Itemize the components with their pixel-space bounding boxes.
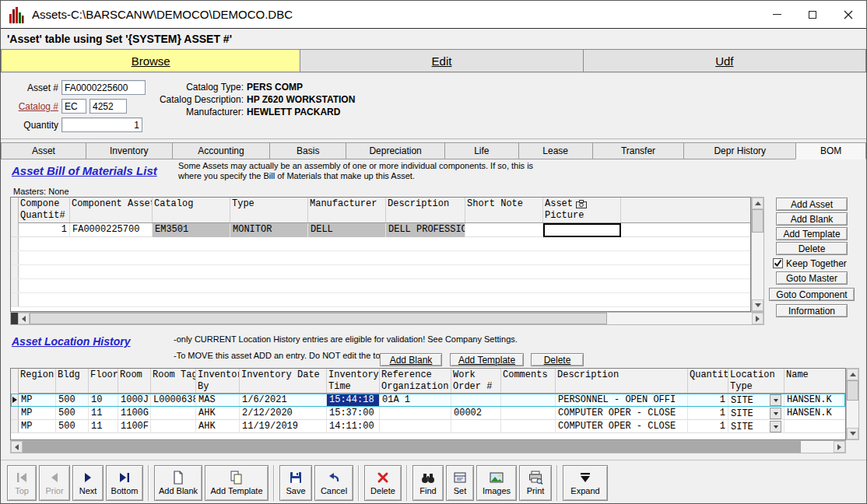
loc-cell[interactable]: 1: [688, 407, 728, 420]
dropdown-button[interactable]: [770, 394, 781, 406]
tab-depr-history[interactable]: Depr History: [683, 142, 796, 159]
print-button[interactable]: Print: [519, 465, 552, 501]
loc-cell[interactable]: 01A 1: [380, 394, 451, 407]
close-button[interactable]: [830, 1, 866, 28]
loc-cell[interactable]: 11/19/2019: [240, 420, 327, 433]
loc-cell-location-type[interactable]: SITE: [728, 420, 785, 433]
scroll-thumb[interactable]: [847, 380, 858, 401]
loc-cell[interactable]: 1/6/2021: [240, 394, 327, 407]
loc-cell[interactable]: 500: [56, 420, 89, 433]
add-asset-button[interactable]: Add Asset: [776, 198, 848, 211]
toolbar-add-blank-button[interactable]: Add Blank: [154, 465, 202, 501]
loc-cell[interactable]: [501, 394, 556, 407]
bom-vertical-scrollbar[interactable]: [751, 197, 764, 312]
scroll-thumb[interactable]: [30, 313, 607, 324]
bom-cell-short-note[interactable]: [465, 223, 543, 237]
location-delete-button[interactable]: Delete: [531, 353, 584, 366]
bom-cell-component-asset[interactable]: FA0000225700: [70, 223, 153, 237]
current-record-indicator[interactable]: [11, 394, 19, 406]
next-button[interactable]: Next: [72, 465, 104, 501]
loc-cell-location-type[interactable]: SITE: [728, 407, 785, 420]
scroll-up-arrow[interactable]: [847, 369, 858, 380]
tab-edit[interactable]: Edit: [300, 49, 583, 72]
goto-component-button[interactable]: Goto Component: [769, 288, 855, 301]
tab-bom[interactable]: BOM: [795, 142, 866, 159]
maximize-button[interactable]: [795, 1, 830, 28]
add-blank-button[interactable]: Add Blank: [776, 212, 848, 226]
loc-cell[interactable]: [451, 420, 501, 433]
loc-cell[interactable]: 500: [56, 407, 89, 420]
quantity-input[interactable]: [61, 117, 142, 132]
loc-cell[interactable]: [785, 420, 846, 433]
scroll-thumb[interactable]: [23, 441, 801, 453]
tab-lease[interactable]: Lease: [518, 142, 593, 159]
tab-transfer[interactable]: Transfer: [592, 142, 685, 159]
dropdown-button[interactable]: [770, 421, 781, 432]
bom-cell-manufacturer[interactable]: DELL: [308, 223, 386, 237]
toolbar-delete-button[interactable]: Delete: [364, 465, 402, 501]
loc-cell[interactable]: 00002: [451, 407, 501, 420]
scroll-down-arrow[interactable]: [752, 299, 763, 311]
loc-cell[interactable]: HANSEN.K: [785, 407, 846, 420]
loc-cell[interactable]: [151, 420, 196, 433]
tab-udf[interactable]: Udf: [583, 49, 866, 72]
loc-cell[interactable]: AHK: [196, 420, 240, 433]
scroll-right-arrow[interactable]: [834, 441, 845, 453]
loc-cell[interactable]: MP: [19, 420, 56, 433]
location-add-template-button[interactable]: Add Template: [450, 353, 524, 366]
location-history-heading[interactable]: Asset Location History: [12, 335, 130, 348]
loc-cell-selected[interactable]: 15:44:18: [327, 394, 380, 407]
location-add-blank-button[interactable]: Add Blank: [380, 353, 442, 366]
goto-master-button[interactable]: Goto Master: [776, 271, 848, 285]
images-button[interactable]: Images: [476, 465, 517, 501]
loc-cell[interactable]: COMPUTER OPER - CLOSE: [556, 420, 688, 433]
dropdown-button[interactable]: [770, 408, 781, 419]
bom-cell-catalog[interactable]: EM3501: [153, 223, 230, 237]
scroll-up-arrow[interactable]: [752, 198, 763, 209]
loc-cell[interactable]: [380, 407, 451, 420]
tab-inventory[interactable]: Inventory: [86, 142, 173, 159]
tab-life[interactable]: Life: [444, 142, 519, 159]
loc-cell[interactable]: 1000J: [118, 394, 151, 407]
scroll-left-arrow[interactable]: [11, 441, 23, 453]
delete-button[interactable]: Delete: [776, 242, 848, 255]
loc-cell[interactable]: [501, 407, 556, 420]
loc-cell[interactable]: 11: [89, 407, 118, 420]
tab-asset[interactable]: Asset: [1, 142, 86, 159]
loc-cell[interactable]: 10: [89, 394, 118, 407]
set-button[interactable]: Set: [446, 465, 474, 501]
loc-cell[interactable]: 2/12/2020: [240, 407, 327, 420]
bom-row-selector[interactable]: [11, 223, 19, 236]
save-button[interactable]: Save: [279, 465, 312, 501]
loc-cell[interactable]: HANSEN.K: [785, 394, 846, 407]
catalog-number-link[interactable]: Catalog #: [1, 101, 58, 112]
loc-cell[interactable]: MAS: [196, 394, 240, 407]
loc-cell[interactable]: 500: [56, 394, 89, 407]
tab-basis[interactable]: Basis: [269, 142, 346, 159]
loc-cell[interactable]: COMPUTER OPER - CLOSE: [556, 407, 688, 420]
loc-cell-location-type[interactable]: SITE: [728, 394, 785, 407]
loc-cell[interactable]: 11: [89, 420, 118, 433]
loc-cell[interactable]: [451, 394, 501, 407]
loc-cell[interactable]: 14:11:00: [327, 420, 380, 433]
scroll-thumb[interactable]: [752, 209, 763, 233]
bom-cell-type[interactable]: MONITOR: [230, 223, 308, 237]
loc-cell[interactable]: 1: [688, 394, 728, 407]
toolbar-add-template-button[interactable]: Add Template: [205, 465, 269, 501]
loc-cell[interactable]: 15:37:00: [327, 407, 380, 420]
bom-heading[interactable]: Asset Bill of Materials List: [12, 164, 157, 177]
location-horizontal-scrollbar[interactable]: [10, 440, 846, 453]
tab-depreciation[interactable]: Depreciation: [346, 142, 445, 159]
loc-cell[interactable]: L0000638: [151, 394, 196, 407]
loc-cell[interactable]: 1100G: [118, 407, 151, 420]
loc-cell[interactable]: MP: [19, 407, 56, 420]
location-vertical-scrollbar[interactable]: [846, 368, 859, 440]
loc-cell[interactable]: AHK: [196, 407, 240, 420]
information-button[interactable]: Information: [776, 304, 848, 317]
loc-cell[interactable]: PERSONNEL - OPEN OFFI: [556, 394, 688, 407]
expand-button[interactable]: Expand: [563, 465, 608, 501]
loc-cell[interactable]: [501, 420, 556, 433]
bom-cell-description[interactable]: DELL PROFESSIC: [386, 223, 465, 237]
bom-cell-asset-picture[interactable]: [543, 223, 621, 237]
tab-accounting[interactable]: Accounting: [172, 142, 271, 159]
